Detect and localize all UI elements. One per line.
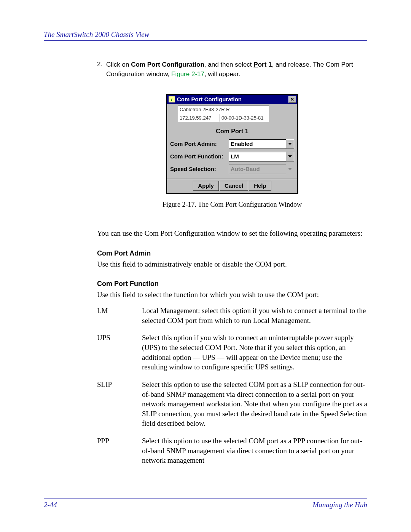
def-term: PPP — [97, 436, 142, 473]
combo-speed-button — [286, 165, 294, 174]
def-row: SLIP Select this option to use the selec… — [97, 380, 367, 436]
combo-function-value: LM — [229, 152, 286, 161]
combo-function[interactable]: LM — [229, 152, 294, 161]
para-com-port-admin: Use this field to administratively enabl… — [97, 259, 367, 269]
apply-button[interactable]: Apply — [193, 181, 219, 191]
def-desc: Select this option if you wish to connec… — [142, 333, 367, 380]
figure-ref: Figure 2-17 — [171, 70, 204, 78]
device-mac: 00-00-1D-33-25-81 — [220, 114, 269, 122]
help-button[interactable]: Help — [249, 181, 271, 191]
heading-com-port-function: Com Port Function — [97, 279, 367, 288]
step-pre: Click on — [106, 61, 131, 68]
step-bold-1: Com Port Configuration — [131, 61, 204, 68]
header-title: The SmartSwitch 2000 Chassis View — [44, 30, 149, 38]
label-speed: Speed Selection: — [170, 165, 229, 173]
footer-page-number: 2-44 — [44, 501, 57, 509]
row-admin: Com Port Admin: Enabled — [170, 139, 294, 149]
combo-admin-value: Enabled — [229, 139, 286, 149]
para-com-port-function: Use this field to select the function fo… — [97, 290, 367, 300]
combo-admin-button[interactable] — [286, 139, 294, 149]
device-ip: 172.19.59.247 — [178, 114, 220, 122]
chevron-down-icon — [288, 168, 292, 170]
combo-admin[interactable]: Enabled — [229, 139, 294, 149]
figure-caption: Figure 2-17. The Com Port Configuration … — [162, 200, 302, 209]
function-definitions: LM Local Management: select this option … — [97, 306, 367, 473]
step-post: , will appear. — [204, 70, 241, 78]
def-desc: Select this option to use the selected C… — [142, 380, 367, 436]
page-footer: 2-44 Managing the Hub — [44, 498, 367, 509]
def-desc: Local Management: select this option if … — [142, 306, 367, 333]
combo-speed-value: Auto-Baud — [229, 165, 286, 174]
cancel-button[interactable]: Cancel — [220, 181, 248, 191]
com-port-heading: Com Port 1 — [167, 122, 297, 139]
def-row: LM Local Management: select this option … — [97, 306, 367, 333]
def-desc: Select this option to use the selected C… — [142, 436, 367, 473]
combo-function-button[interactable] — [286, 152, 294, 161]
chevron-down-icon — [288, 155, 292, 158]
def-term: LM — [97, 306, 142, 333]
label-function: Com Port Function: — [170, 153, 229, 160]
close-button[interactable]: ✕ — [288, 96, 296, 103]
step-2: 2. Click on Com Port Configuration, and … — [97, 60, 367, 79]
dialog-title: Com Port Configuration — [177, 96, 288, 103]
dialog-titlebar: i Com Port Configuration ✕ — [167, 95, 297, 104]
chevron-down-icon — [288, 143, 292, 145]
def-term: SLIP — [97, 380, 142, 436]
row-speed: Speed Selection: Auto-Baud — [170, 165, 294, 174]
dialog-info: Cabletron 2E43-27R R 172.19.59.247 00-00… — [167, 104, 297, 122]
step-text: Click on Com Port Configuration, and the… — [106, 60, 367, 79]
page-header: The SmartSwitch 2000 Chassis View — [44, 30, 367, 41]
app-icon: i — [169, 96, 175, 102]
def-term: UPS — [97, 333, 142, 380]
step-mid1: , and then select — [204, 61, 253, 68]
def-row: UPS Select this option if you wish to co… — [97, 333, 367, 380]
def-row: PPP Select this option to use the select… — [97, 436, 367, 473]
intro-paragraph: You can use the Com Port Configuration w… — [97, 228, 367, 238]
close-icon: ✕ — [290, 96, 294, 102]
device-name: Cabletron 2E43-27R R — [178, 105, 269, 114]
heading-com-port-admin: Com Port Admin — [97, 249, 367, 258]
label-admin: Com Port Admin: — [170, 140, 229, 148]
com-port-config-dialog: i Com Port Configuration ✕ Cabletron 2E4… — [166, 94, 298, 194]
combo-speed: Auto-Baud — [229, 165, 294, 174]
step-bold-2-rest: ort 1 — [258, 61, 272, 68]
step-bold-2-u: P — [253, 61, 258, 68]
step-number: 2. — [97, 60, 106, 79]
dialog-button-bar: Apply Cancel Help — [167, 179, 297, 193]
row-function: Com Port Function: LM — [170, 152, 294, 161]
footer-section: Managing the Hub — [312, 501, 367, 509]
